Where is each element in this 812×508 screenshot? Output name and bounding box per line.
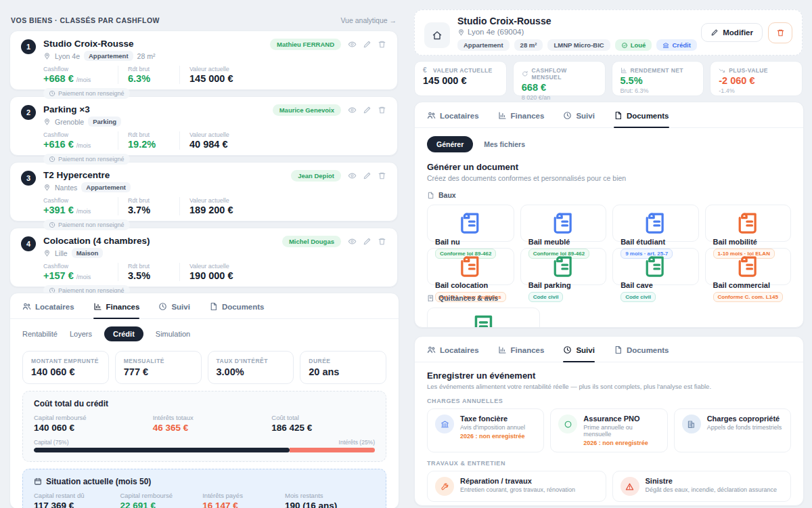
scroll-icon: [435, 254, 506, 279]
event-card-assurance-pno[interactable]: Assurance PNO Prime annuelle ou mensuell…: [550, 408, 667, 452]
tab-suivi[interactable]: Suivi: [563, 345, 594, 354]
doc-card-bail-cave[interactable]: Bail cave Code civil: [612, 248, 698, 285]
scroll-icon: [528, 254, 598, 279]
receipt-icon: [435, 314, 532, 328]
payment-status-pill: Paiement non renseigné: [43, 154, 130, 165]
interets-bar-segment: [290, 448, 375, 452]
property-card[interactable]: 2 Parking ×3 Grenoble Parking Maurice Ge…: [9, 96, 398, 156]
tab-documents[interactable]: Documents: [614, 345, 669, 354]
payment-status-pill: Paiement non renseigné: [43, 88, 130, 99]
trash-icon: [776, 28, 785, 37]
pin-icon: [43, 118, 51, 125]
loan-stats-row: MONTANT EMPRUNTÉ 140 060 € MENSUALITÉ 77…: [22, 351, 386, 384]
cost-col: Capital remboursé 140 060 €: [34, 414, 153, 433]
rank-badge: 1: [21, 39, 36, 54]
tab-locataires[interactable]: Locataires: [22, 302, 74, 311]
property-city: Nantes: [55, 184, 77, 192]
analytic-view-link[interactable]: Vue analytique →: [341, 16, 397, 24]
property-card[interactable]: 1 Studio Croix-Rousse Lyon 4e Appartemen…: [9, 30, 398, 90]
property-city: Lyon 4e: [55, 52, 80, 60]
tab-documents[interactable]: Documents: [614, 111, 669, 120]
bank-icon: [662, 42, 669, 49]
property-detail-header: Studio Croix-Rousse Lyon 4e (69004) Appa…: [414, 9, 803, 56]
delete-icon[interactable]: [378, 40, 386, 49]
tab-finances[interactable]: Finances: [498, 111, 545, 120]
loan-cost-box: Coût total du crédit Capital remboursé 1…: [22, 391, 386, 462]
subtab-rentabilite[interactable]: Rentabilité: [22, 330, 58, 338]
doc-card-bail-etudiant[interactable]: Bail étudiant 9 mois · art. 25-7: [612, 205, 698, 242]
documents-heading: Générer un document: [427, 162, 791, 172]
doc-card-quittance[interactable]: Quittance & Avis d'échéance Art. 21 · lo…: [427, 308, 540, 328]
loan-stat-taux: TAUX D'INTÉRÊT 3.00%: [208, 351, 294, 384]
finance-subtabs: Rentabilité Loyers Crédit Simulation: [10, 319, 399, 345]
property-card[interactable]: 3 T2 Hypercentre Nantes Appartement Jean…: [9, 162, 398, 221]
view-icon[interactable]: [348, 237, 357, 246]
event-card-taxe-fonciere[interactable]: Taxe foncière Avis d'imposition annuel 2…: [427, 408, 544, 452]
delete-button[interactable]: [768, 22, 792, 43]
tab-label: Documents: [222, 303, 265, 311]
tab-suivi[interactable]: Suivi: [563, 111, 594, 120]
home-icon: [424, 22, 450, 48]
trend-down-icon: [719, 67, 725, 74]
tenant-badge: Maurice Genevoix: [273, 104, 341, 116]
file-icon: [209, 302, 218, 311]
people-icon: [427, 111, 436, 120]
doc-card-bail-meuble[interactable]: Bail meublé Conforme loi 89-462: [520, 205, 606, 242]
property-card[interactable]: 4 Colocation (4 chambres) Lille Maison M…: [9, 228, 398, 287]
doc-card-bail-commercial[interactable]: Bail commercial Conforme C. com. L145: [705, 248, 791, 285]
pin-icon: [43, 249, 51, 257]
clock-icon: [49, 221, 55, 228]
delete-icon[interactable]: [378, 106, 386, 114]
doc-card-bail-nu[interactable]: Bail nu Conforme loi 89-462: [427, 205, 514, 242]
pin-icon: [43, 52, 51, 60]
alert-triangle-icon: [621, 477, 639, 496]
finance-panel: Locataires Finances Suivi Documents Rent…: [9, 293, 399, 508]
rdt-value: 19.2%: [128, 139, 170, 150]
edit-icon[interactable]: [363, 40, 371, 49]
loan-stat-duree: DURÉE 20 ans: [300, 351, 386, 384]
event-card-charges-copro[interactable]: Charges copropriété Appels de fonds trim…: [674, 408, 791, 452]
tab-locataires[interactable]: Locataires: [427, 111, 479, 120]
value-amount: 40 984 €: [189, 139, 229, 150]
wrench-icon: [435, 477, 454, 496]
tab-documents[interactable]: Documents: [209, 302, 265, 311]
tab-locataires[interactable]: Locataires: [427, 345, 479, 354]
view-icon[interactable]: [348, 106, 357, 114]
generate-pill[interactable]: Générer: [427, 136, 473, 152]
event-card-sinistre[interactable]: Sinistre Dégât des eaux, incendie, décla…: [612, 471, 792, 502]
view-icon[interactable]: [348, 171, 357, 180]
doc-card-bail-mobilite[interactable]: Bail mobilité 1-10 mois · loi ELAN: [705, 205, 791, 242]
edit-icon[interactable]: [363, 171, 371, 180]
clock-icon: [158, 302, 167, 311]
tab-finances[interactable]: Finances: [498, 345, 545, 354]
tab-finances[interactable]: Finances: [93, 302, 140, 311]
receipt-icon: [427, 295, 434, 302]
property-type-tag: Parking: [88, 117, 121, 127]
modify-button[interactable]: Modifier: [701, 23, 763, 42]
delete-icon[interactable]: [378, 171, 386, 180]
interets-bar-label: Intérêts (25%): [339, 439, 375, 446]
subtab-credit[interactable]: Crédit: [104, 326, 143, 341]
properties-header: VOS BIENS · CLASSÉS PAR CASHFLOW Vue ana…: [11, 16, 397, 24]
tab-label: Documents: [627, 112, 669, 120]
edit-icon[interactable]: [363, 106, 371, 114]
delete-icon[interactable]: [378, 237, 386, 246]
tab-label: Suivi: [171, 303, 189, 311]
scroll-icon: [713, 211, 783, 236]
edit-icon[interactable]: [363, 237, 371, 246]
my-files-pill[interactable]: Mes fichiers: [484, 140, 525, 148]
subtab-simulation[interactable]: Simulation: [156, 330, 190, 338]
event-card-reparation[interactable]: Réparation / travaux Entretien courant, …: [427, 471, 606, 502]
tab-suivi[interactable]: Suivi: [158, 302, 189, 311]
rank-badge: 4: [21, 236, 36, 251]
view-icon[interactable]: [348, 40, 357, 49]
events-panel: Locataires Finances Suivi Documents Enre…: [414, 336, 804, 506]
clock-icon: [563, 111, 572, 120]
tab-label: Finances: [511, 112, 545, 120]
doc-card-bail-colocation[interactable]: Bail colocation Art. 8-1 · baux multiple…: [427, 248, 514, 285]
doc-card-bail-parking[interactable]: Bail parking Code civil: [520, 248, 606, 285]
rdt-value: 6.3%: [128, 73, 170, 84]
status-credit-badge: Crédit: [656, 39, 696, 51]
group-travaux-entretien: TRAVAUX & ENTRETIEN: [427, 460, 791, 467]
subtab-loyers[interactable]: Loyers: [70, 330, 92, 338]
